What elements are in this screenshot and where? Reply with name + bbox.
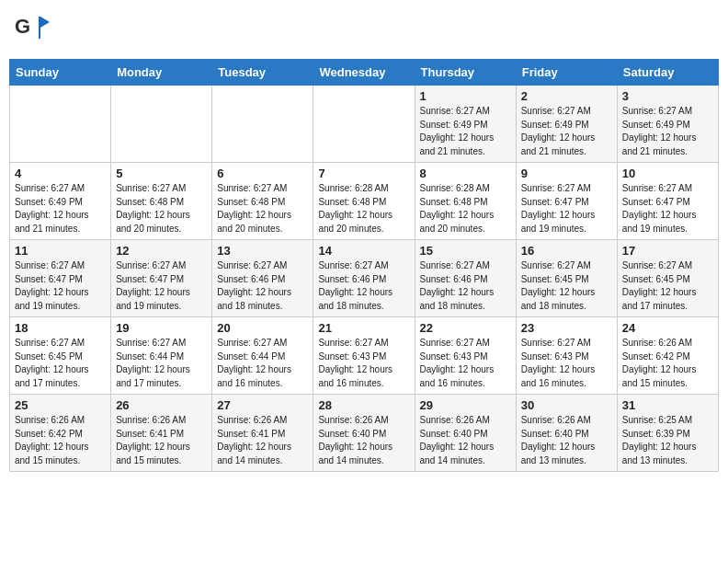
day-number: 27	[217, 398, 308, 412]
calendar-cell: 16Sunrise: 6:27 AM Sunset: 6:45 PM Dayli…	[516, 240, 617, 317]
cell-info: Sunrise: 6:28 AM Sunset: 6:48 PM Dayligh…	[420, 182, 511, 236]
cell-info: Sunrise: 6:27 AM Sunset: 6:46 PM Dayligh…	[217, 259, 308, 313]
calendar-cell: 27Sunrise: 6:26 AM Sunset: 6:41 PM Dayli…	[212, 395, 313, 472]
weekday-header-thursday: Thursday	[415, 60, 516, 86]
cell-info: Sunrise: 6:27 AM Sunset: 6:47 PM Dayligh…	[116, 259, 207, 313]
calendar-cell: 20Sunrise: 6:27 AM Sunset: 6:44 PM Dayli…	[212, 317, 313, 395]
cell-info: Sunrise: 6:27 AM Sunset: 6:45 PM Dayligh…	[15, 337, 106, 390]
calendar-cell: 22Sunrise: 6:27 AM Sunset: 6:43 PM Dayli…	[415, 317, 516, 395]
day-number: 20	[217, 321, 308, 335]
calendar-cell: 31Sunrise: 6:25 AM Sunset: 6:39 PM Dayli…	[617, 395, 718, 472]
calendar-cell: 18Sunrise: 6:27 AM Sunset: 6:45 PM Dayli…	[10, 317, 111, 395]
cell-info: Sunrise: 6:27 AM Sunset: 6:49 PM Dayligh…	[521, 105, 612, 158]
day-number: 14	[318, 244, 409, 258]
cell-info: Sunrise: 6:27 AM Sunset: 6:45 PM Dayligh…	[622, 259, 713, 313]
day-number: 18	[15, 321, 106, 335]
cell-info: Sunrise: 6:27 AM Sunset: 6:49 PM Dayligh…	[622, 105, 713, 158]
calendar-cell: 10Sunrise: 6:27 AM Sunset: 6:47 PM Dayli…	[617, 163, 718, 240]
calendar-cell: 26Sunrise: 6:26 AM Sunset: 6:41 PM Dayli…	[111, 395, 212, 472]
cell-info: Sunrise: 6:27 AM Sunset: 6:47 PM Dayligh…	[15, 259, 106, 313]
cell-info: Sunrise: 6:27 AM Sunset: 6:48 PM Dayligh…	[217, 182, 308, 236]
day-number: 24	[622, 321, 713, 335]
calendar-week-row: 25Sunrise: 6:26 AM Sunset: 6:42 PM Dayli…	[10, 395, 719, 472]
day-number: 29	[420, 398, 511, 412]
cell-info: Sunrise: 6:27 AM Sunset: 6:44 PM Dayligh…	[116, 337, 207, 390]
calendar-cell: 19Sunrise: 6:27 AM Sunset: 6:44 PM Dayli…	[111, 317, 212, 395]
cell-info: Sunrise: 6:27 AM Sunset: 6:43 PM Dayligh…	[521, 337, 612, 390]
day-number: 8	[420, 167, 511, 180]
svg-text:G: G	[15, 15, 30, 38]
cell-info: Sunrise: 6:28 AM Sunset: 6:48 PM Dayligh…	[318, 182, 409, 236]
calendar-week-row: 18Sunrise: 6:27 AM Sunset: 6:45 PM Dayli…	[10, 317, 719, 395]
calendar-cell: 25Sunrise: 6:26 AM Sunset: 6:42 PM Dayli…	[10, 395, 111, 472]
weekday-header-monday: Monday	[111, 60, 212, 86]
cell-info: Sunrise: 6:27 AM Sunset: 6:49 PM Dayligh…	[420, 105, 511, 158]
cell-info: Sunrise: 6:26 AM Sunset: 6:42 PM Dayligh…	[622, 337, 713, 390]
day-number: 22	[420, 321, 511, 335]
calendar-cell: 29Sunrise: 6:26 AM Sunset: 6:40 PM Dayli…	[415, 395, 516, 472]
weekday-header-tuesday: Tuesday	[212, 60, 313, 86]
calendar-cell: 14Sunrise: 6:27 AM Sunset: 6:46 PM Dayli…	[313, 240, 415, 317]
day-number: 31	[622, 398, 713, 412]
day-number: 30	[521, 398, 612, 412]
day-number: 23	[521, 321, 612, 335]
calendar-week-row: 11Sunrise: 6:27 AM Sunset: 6:47 PM Dayli…	[10, 240, 719, 317]
logo-icon: G	[15, 13, 50, 48]
calendar-cell: 28Sunrise: 6:26 AM Sunset: 6:40 PM Dayli…	[313, 395, 415, 472]
calendar-cell: 3Sunrise: 6:27 AM Sunset: 6:49 PM Daylig…	[617, 86, 718, 163]
svg-rect-2	[39, 17, 40, 39]
cell-info: Sunrise: 6:27 AM Sunset: 6:45 PM Dayligh…	[521, 259, 612, 313]
weekday-header-row: SundayMondayTuesdayWednesdayThursdayFrid…	[10, 60, 719, 86]
calendar-cell: 7Sunrise: 6:28 AM Sunset: 6:48 PM Daylig…	[313, 163, 415, 240]
day-number: 19	[116, 321, 207, 335]
calendar-cell: 15Sunrise: 6:27 AM Sunset: 6:46 PM Dayli…	[415, 240, 516, 317]
calendar-cell	[111, 86, 212, 163]
day-number: 28	[318, 398, 409, 412]
cell-info: Sunrise: 6:27 AM Sunset: 6:48 PM Dayligh…	[116, 182, 207, 236]
calendar-week-row: 1Sunrise: 6:27 AM Sunset: 6:49 PM Daylig…	[10, 86, 719, 163]
calendar-cell: 17Sunrise: 6:27 AM Sunset: 6:45 PM Dayli…	[617, 240, 718, 317]
day-number: 1	[420, 89, 511, 103]
cell-info: Sunrise: 6:26 AM Sunset: 6:41 PM Dayligh…	[217, 414, 308, 467]
day-number: 25	[15, 398, 106, 412]
weekday-header-saturday: Saturday	[617, 60, 718, 86]
day-number: 11	[15, 244, 106, 258]
calendar-cell: 9Sunrise: 6:27 AM Sunset: 6:47 PM Daylig…	[516, 163, 617, 240]
cell-info: Sunrise: 6:27 AM Sunset: 6:46 PM Dayligh…	[318, 259, 409, 313]
day-number: 15	[420, 244, 511, 258]
cell-info: Sunrise: 6:26 AM Sunset: 6:40 PM Dayligh…	[420, 414, 511, 467]
calendar-table: SundayMondayTuesdayWednesdayThursdayFrid…	[9, 59, 719, 472]
calendar-cell: 12Sunrise: 6:27 AM Sunset: 6:47 PM Dayli…	[111, 240, 212, 317]
cell-info: Sunrise: 6:26 AM Sunset: 6:41 PM Dayligh…	[116, 414, 207, 467]
weekday-header-sunday: Sunday	[10, 60, 111, 86]
cell-info: Sunrise: 6:27 AM Sunset: 6:47 PM Dayligh…	[622, 182, 713, 236]
cell-info: Sunrise: 6:27 AM Sunset: 6:49 PM Dayligh…	[15, 182, 106, 236]
day-number: 6	[217, 167, 308, 180]
calendar-cell	[313, 86, 415, 163]
day-number: 9	[521, 167, 612, 180]
day-number: 12	[116, 244, 207, 258]
cell-info: Sunrise: 6:26 AM Sunset: 6:40 PM Dayligh…	[318, 414, 409, 467]
calendar-cell	[10, 86, 111, 163]
calendar-cell: 24Sunrise: 6:26 AM Sunset: 6:42 PM Dayli…	[617, 317, 718, 395]
day-number: 26	[116, 398, 207, 412]
weekday-header-wednesday: Wednesday	[313, 60, 415, 86]
cell-info: Sunrise: 6:25 AM Sunset: 6:39 PM Dayligh…	[622, 414, 713, 467]
day-number: 5	[116, 167, 207, 180]
day-number: 2	[521, 89, 612, 103]
calendar-cell: 30Sunrise: 6:26 AM Sunset: 6:40 PM Dayli…	[516, 395, 617, 472]
cell-info: Sunrise: 6:26 AM Sunset: 6:40 PM Dayligh…	[521, 414, 612, 467]
svg-marker-1	[40, 17, 50, 28]
calendar-cell: 21Sunrise: 6:27 AM Sunset: 6:43 PM Dayli…	[313, 317, 415, 395]
day-number: 13	[217, 244, 308, 258]
logo: G	[15, 13, 50, 48]
cell-info: Sunrise: 6:27 AM Sunset: 6:46 PM Dayligh…	[420, 259, 511, 313]
calendar-cell: 1Sunrise: 6:27 AM Sunset: 6:49 PM Daylig…	[415, 86, 516, 163]
calendar-cell: 8Sunrise: 6:28 AM Sunset: 6:48 PM Daylig…	[415, 163, 516, 240]
page-header: G	[9, 9, 719, 52]
cell-info: Sunrise: 6:27 AM Sunset: 6:43 PM Dayligh…	[420, 337, 511, 390]
day-number: 3	[622, 89, 713, 103]
calendar-cell	[212, 86, 313, 163]
cell-info: Sunrise: 6:27 AM Sunset: 6:44 PM Dayligh…	[217, 337, 308, 390]
calendar-cell: 13Sunrise: 6:27 AM Sunset: 6:46 PM Dayli…	[212, 240, 313, 317]
